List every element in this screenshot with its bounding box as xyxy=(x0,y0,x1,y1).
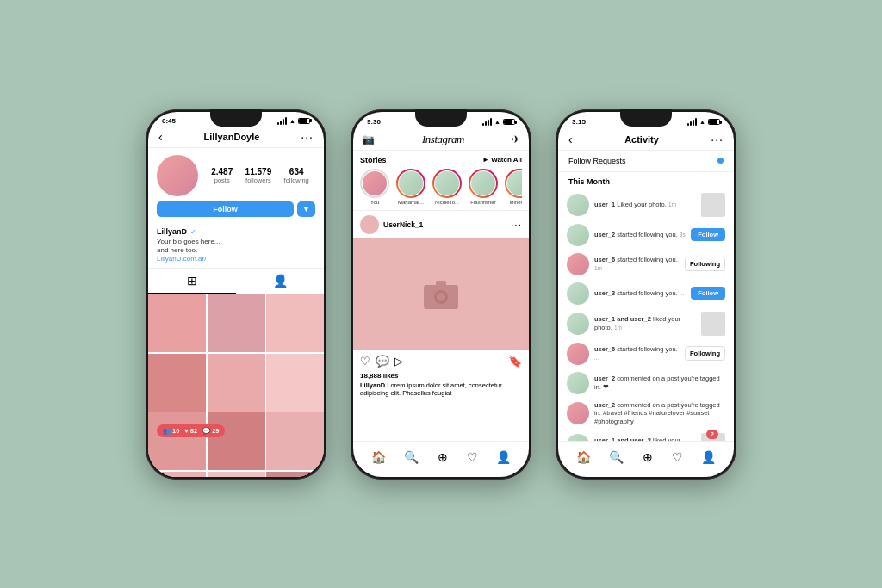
phone-notch-3 xyxy=(620,109,672,127)
story-3[interactable]: Flashfisher xyxy=(469,169,498,205)
activity-badge: 2 xyxy=(706,430,718,439)
notif-comments: 💬 29 xyxy=(202,427,219,435)
following-btn-5[interactable]: Following xyxy=(685,346,725,361)
follow-requests-row[interactable]: Follow Requests xyxy=(558,151,734,172)
act-text-2: user_6 started following you. 1m xyxy=(594,256,680,273)
story-2[interactable]: NicoleTo... xyxy=(432,169,462,205)
comments-notif-count: 29 xyxy=(212,427,219,435)
wifi-icon: ▲ xyxy=(289,118,295,124)
signal-icon xyxy=(277,117,287,125)
follow-btn-3[interactable]: Follow xyxy=(691,287,725,300)
follow-button[interactable]: Follow xyxy=(157,201,294,217)
story-avatar-3 xyxy=(471,171,495,195)
grid-cell-6[interactable] xyxy=(148,412,206,470)
grid-cell-4[interactable] xyxy=(208,354,265,412)
direct-icon[interactable]: ✈ xyxy=(512,133,520,145)
follow-btn-1[interactable]: Follow xyxy=(691,228,725,241)
comments-notif-icon: 💬 xyxy=(202,427,210,435)
bottom-nav-2: 🏠 🔍 ⊕ ♡ 👤 xyxy=(353,441,529,477)
likes-notif-icon: ♥ xyxy=(184,427,188,435)
phone-notch xyxy=(210,109,262,127)
activity-item-5: user_6 started following you. ...Followi… xyxy=(558,339,734,368)
nav-add-2[interactable]: ⊕ xyxy=(438,450,448,464)
story-1[interactable]: Mariamar... xyxy=(396,169,425,205)
nav-search-3[interactable]: 🔍 xyxy=(609,450,624,464)
bottom-nav-3: 🏠 🔍 ⊕ ♡ 👤 xyxy=(558,441,734,477)
story-you[interactable]: You xyxy=(360,169,389,205)
more-menu-button[interactable]: ··· xyxy=(301,130,314,144)
act-avatar-8 xyxy=(567,434,589,441)
activity-item-4: user_1 and user_2 liked your photo. 1m xyxy=(558,308,734,339)
profile-tabs: ⊞ 👤 xyxy=(148,268,324,294)
story-4[interactable]: Miners... xyxy=(505,169,522,205)
post-header: UserNick_1 ··· xyxy=(353,211,529,238)
notif-likes: ♥ 82 xyxy=(184,427,197,435)
activity-item-1: user_2 started following you. 3sFollow xyxy=(558,220,734,250)
activity-title: Activity xyxy=(624,134,659,145)
tagged-tab[interactable]: 👤 xyxy=(236,269,324,294)
nav-heart-2[interactable]: ♡ xyxy=(467,450,478,464)
post-user-info: UserNick_1 xyxy=(360,215,423,234)
nav-search-2[interactable]: 🔍 xyxy=(404,450,419,464)
nav-add-3[interactable]: ⊕ xyxy=(643,450,653,464)
act-avatar-4 xyxy=(567,313,589,335)
act-thumb-0 xyxy=(701,193,725,217)
post-more-button[interactable]: ··· xyxy=(511,219,522,231)
story-circle-2 xyxy=(432,169,462,198)
more-menu-3[interactable]: ··· xyxy=(711,133,724,146)
save-button[interactable]: 🔖 xyxy=(508,355,522,368)
grid-cell-5[interactable] xyxy=(266,354,324,412)
grid-cell-11[interactable] xyxy=(266,472,324,477)
your-story-name: You xyxy=(370,200,379,205)
grid-cell-3[interactable] xyxy=(148,354,206,412)
signal-icon-2 xyxy=(482,118,492,126)
activity-item-7: user_2 commented on a post you're tagged… xyxy=(558,398,734,430)
grid-cell-1[interactable] xyxy=(208,294,265,352)
nav-home-2[interactable]: 🏠 xyxy=(371,450,386,464)
time-3: 3:15 xyxy=(572,118,586,126)
battery-icon-3 xyxy=(708,119,720,125)
stories-row: You Mariamar... NicoleTo... xyxy=(360,169,522,205)
nav-home-3[interactable]: 🏠 xyxy=(576,450,591,464)
phone-profile: 6:45 ▲ ‹ LillyanDoyle ··· xyxy=(146,109,326,480)
bio-link[interactable]: LillyanD.com.ar/ xyxy=(157,255,315,263)
grid-cell-7[interactable] xyxy=(208,412,265,470)
phones-container: 6:45 ▲ ‹ LillyanDoyle ··· xyxy=(146,109,736,480)
profile-username-title: LillyanDoyle xyxy=(204,132,260,142)
act-thumb-4 xyxy=(701,312,725,336)
grid-cell-8[interactable] xyxy=(266,412,324,470)
activity-header: ‹ Activity ··· xyxy=(558,129,734,151)
nav-profile-3[interactable]: 👤 xyxy=(701,450,716,464)
activity-item-6: user_2 commented on a post you're tagged… xyxy=(558,368,734,398)
story-avatar-2 xyxy=(435,171,459,195)
story-avatar-4 xyxy=(507,171,522,195)
profile-avatar xyxy=(157,155,198,196)
watch-all-button[interactable]: ► Watch All xyxy=(482,156,522,164)
back-button[interactable]: ‹ xyxy=(158,130,163,144)
grid-cell-9[interactable] xyxy=(148,472,206,477)
act-avatar-0 xyxy=(567,194,589,216)
camera-icon[interactable]: 📷 xyxy=(362,133,375,145)
followers-count: 11.579 xyxy=(245,167,272,176)
following-btn-2[interactable]: Following xyxy=(685,257,725,271)
nav-heart-3[interactable]: ♡ xyxy=(672,450,683,464)
post-likes: 18,888 likes xyxy=(353,372,529,381)
posts-label: posts xyxy=(211,176,233,184)
feed-header: 📷 Instagram ✈ xyxy=(353,129,529,151)
grid-cell-2[interactable] xyxy=(266,294,324,352)
activity-item-0: user_1 Liked your photo. 1m xyxy=(558,189,734,220)
back-button-3[interactable]: ‹ xyxy=(568,133,573,146)
comment-button[interactable]: 💬 xyxy=(376,355,389,368)
phone-feed: 9:30 ▲ 📷 Instagram ✈ xyxy=(351,109,531,480)
following-count: 634 xyxy=(284,167,309,176)
grid-tab[interactable]: ⊞ xyxy=(148,269,236,294)
post-actions-left: ♡ 💬 ▷ xyxy=(360,355,403,368)
grid-cell-10[interactable] xyxy=(208,472,265,477)
follow-dropdown-button[interactable]: ▼ xyxy=(297,201,315,217)
like-button[interactable]: ♡ xyxy=(360,355,370,368)
stat-followers: 11.579 followers xyxy=(245,167,272,184)
grid-cell-0[interactable] xyxy=(148,294,206,352)
act-avatar-3 xyxy=(567,282,589,305)
share-button[interactable]: ▷ xyxy=(394,355,403,368)
nav-profile-2[interactable]: 👤 xyxy=(496,450,511,464)
